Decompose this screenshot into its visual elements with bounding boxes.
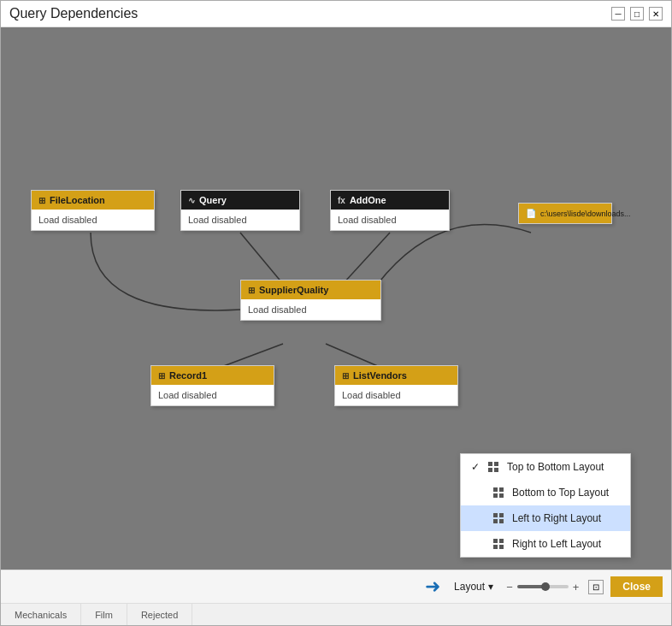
node-add-one[interactable]: fx AddOne Load disabled xyxy=(330,190,450,231)
node-file[interactable]: 📄 c:\users\lisde\downloads... xyxy=(518,203,612,224)
layout-left-right-item[interactable]: Left to Right Layout xyxy=(461,505,630,531)
layout-button[interactable]: Layout ▾ xyxy=(451,579,497,594)
layout-right-left-item[interactable]: Right to Left Layout xyxy=(461,531,630,557)
svg-rect-6 xyxy=(493,493,498,498)
layout-bottom-top-item[interactable]: Bottom to Top Layout xyxy=(461,480,630,505)
svg-rect-4 xyxy=(493,487,498,492)
svg-rect-1 xyxy=(494,462,498,466)
zoom-controls: − + xyxy=(504,581,581,594)
svg-rect-12 xyxy=(493,539,498,543)
tab-mechanicals[interactable]: Mechanicals xyxy=(1,604,81,625)
query-icon: ∿ xyxy=(188,196,195,205)
node-list-vendors[interactable]: ⊞ ListVendors Load disabled xyxy=(334,365,458,406)
node-query-header: ∿ Query xyxy=(181,191,299,210)
zoom-plus-button[interactable]: + xyxy=(570,581,582,594)
file-icon: 📄 xyxy=(526,209,536,218)
svg-rect-15 xyxy=(499,545,504,549)
bottom-toolbar: ➜ Layout ▾ − + ⊡ Close xyxy=(1,570,671,603)
node-record1[interactable]: ⊞ Record1 Load disabled xyxy=(150,365,274,406)
table-icon-4: ⊞ xyxy=(342,371,349,381)
node-query-body: Load disabled xyxy=(181,210,299,230)
node-file-location-body: Load disabled xyxy=(32,210,154,230)
layout-grid-icon-3 xyxy=(492,511,505,525)
function-icon: fx xyxy=(338,196,345,205)
window-title: Query Dependencies xyxy=(9,6,138,21)
layout-grid-icon-4 xyxy=(492,537,505,551)
svg-rect-5 xyxy=(499,487,504,492)
node-supplier-quality-header: ⊞ SupplierQuality xyxy=(241,281,380,299)
zoom-slider[interactable] xyxy=(517,585,569,588)
tab-bar: Mechanicals Film Rejected xyxy=(1,603,671,625)
layout-dropdown-menu: ✓ Top to Bottom Layout Bottom to Top Lay… xyxy=(460,453,631,558)
checkmark-icon: ✓ xyxy=(471,461,480,473)
table-icon-2: ⊞ xyxy=(248,286,255,295)
table-icon: ⊞ xyxy=(38,196,45,205)
svg-rect-10 xyxy=(493,519,498,523)
fit-button[interactable]: ⊡ xyxy=(588,580,604,594)
blue-arrow-icon: ➜ xyxy=(425,576,440,598)
svg-rect-14 xyxy=(493,545,498,549)
node-record1-header: ⊞ Record1 xyxy=(151,366,274,385)
tab-rejected[interactable]: Rejected xyxy=(127,604,192,625)
svg-rect-7 xyxy=(499,493,504,498)
title-bar-controls: ─ □ ✕ xyxy=(611,7,663,21)
svg-rect-13 xyxy=(499,539,504,543)
query-dependencies-window: Query Dependencies ─ □ ✕ xyxy=(0,0,672,626)
svg-rect-9 xyxy=(499,513,504,517)
node-file-location-header: ⊞ FileLocation xyxy=(32,191,154,210)
zoom-minus-button[interactable]: − xyxy=(504,581,516,594)
minimize-button[interactable]: ─ xyxy=(611,7,625,21)
node-file-location[interactable]: ⊞ FileLocation Load disabled xyxy=(31,190,155,231)
title-bar: Query Dependencies ─ □ ✕ xyxy=(1,1,671,27)
close-window-button[interactable]: ✕ xyxy=(649,7,663,21)
node-record1-body: Load disabled xyxy=(151,385,274,405)
node-list-vendors-body: Load disabled xyxy=(335,385,457,405)
layout-grid-icon-2 xyxy=(492,486,505,499)
node-supplier-quality-body: Load disabled xyxy=(241,299,380,320)
svg-rect-0 xyxy=(488,462,492,466)
layout-grid-icon-1 xyxy=(486,460,500,474)
node-supplier-quality[interactable]: ⊞ SupplierQuality Load disabled xyxy=(240,280,381,321)
layout-top-bottom-item[interactable]: ✓ Top to Bottom Layout xyxy=(461,454,630,480)
node-add-one-body: Load disabled xyxy=(331,210,449,230)
close-button[interactable]: Close xyxy=(610,576,663,597)
node-query[interactable]: ∿ Query Load disabled xyxy=(180,190,300,231)
tab-film[interactable]: Film xyxy=(81,604,127,625)
node-add-one-header: fx AddOne xyxy=(331,191,449,210)
svg-rect-8 xyxy=(493,513,498,517)
svg-rect-11 xyxy=(499,519,504,523)
maximize-button[interactable]: □ xyxy=(630,7,644,21)
svg-rect-2 xyxy=(488,468,492,472)
table-icon-3: ⊞ xyxy=(158,371,165,381)
svg-rect-3 xyxy=(494,468,498,472)
node-list-vendors-header: ⊞ ListVendors xyxy=(335,366,457,385)
